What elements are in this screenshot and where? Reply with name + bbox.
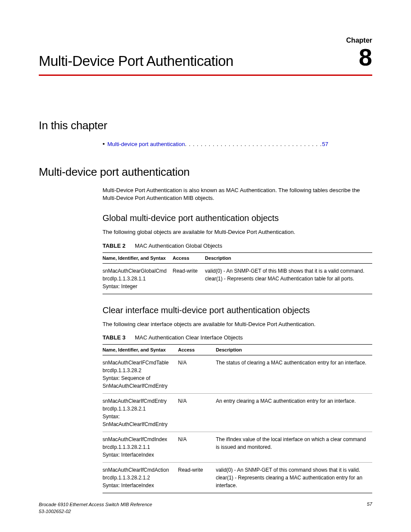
cell-name: snMacAuthClearIfCmdActionbrcdIp.1.1.3.28… [103, 462, 178, 493]
th-name: Name, Identifier, and Syntax [103, 252, 173, 263]
table-row: snMacAuthClearIFCmdTablebrcdIp.1.1.3.28.… [103, 355, 372, 393]
cell-desc: valid(0) - An SNMP-GET of this MIB shows… [205, 263, 372, 294]
cell-name: snMacAuthClearIfCmdIndexbrcdIp.1.1.3.28.… [103, 432, 178, 462]
toc-link[interactable]: Multi-device port authentication [107, 141, 185, 147]
toc-page[interactable]: 57 [322, 141, 328, 147]
bullet-icon: • [103, 140, 105, 147]
table-row: snMacAuthClearIfCmdEntrybrcdIp.1.1.3.28.… [103, 393, 372, 432]
table-row: snMacAuthClearGlobalCmdbrcdIp.1.1.3.28.1… [103, 263, 372, 294]
footer-doc-title: Brocade 6910 Ethernet Access Switch MIB … [39, 502, 152, 507]
cell-name: snMacAuthClearIFCmdTablebrcdIp.1.1.3.28.… [103, 355, 178, 393]
table-global-objects: Name, Identifier, and Syntax Access Desc… [103, 252, 372, 294]
sub1-intro: The following global objects are availab… [103, 228, 372, 236]
table2-caption: TABLE 2 MAC Authentication Global Object… [103, 243, 372, 249]
th-name: Name, Identifier, and Syntax [103, 344, 178, 355]
table3-caption: TABLE 3 MAC Authentication Clear Interfa… [103, 334, 372, 341]
cell-desc: The status of clearing a MAC authenticat… [216, 355, 372, 393]
chapter-number: 8 [346, 45, 372, 69]
title-rule [39, 75, 372, 76]
section-intro: Multi-Device Port Authentication is also… [103, 187, 372, 202]
th-access: Access [173, 252, 205, 263]
cell-name: snMacAuthClearGlobalCmdbrcdIp.1.1.3.28.1… [103, 263, 173, 294]
heading-clear-interface: Clear interface multi-device port authen… [103, 305, 372, 315]
table-row: snMacAuthClearIfCmdActionbrcdIp.1.1.3.28… [103, 462, 372, 493]
cell-desc: The ifIndex value of the local interface… [216, 432, 372, 462]
table-clear-interface: Name, Identifier, and Syntax Access Desc… [103, 344, 372, 493]
heading-global-objects: Global multi-device port authentication … [103, 213, 372, 223]
table3-label: TABLE 3 [103, 334, 125, 341]
th-access: Access [178, 344, 216, 355]
toc-dots: . . . . . . . . . . . . . . . . . . . . … [185, 141, 322, 147]
cell-access: N/A [178, 393, 216, 432]
footer-doc-number: 53-1002652-02 [39, 509, 71, 514]
page-footer: Brocade 6910 Ethernet Access Switch MIB … [39, 501, 372, 515]
cell-desc: An entry clearing a MAC authentication e… [216, 393, 372, 432]
table3-title: MAC Authentication Clear Interface Objec… [135, 334, 243, 341]
heading-multi-device: Multi-device port authentication [39, 165, 372, 179]
footer-page-number: 57 [367, 501, 372, 515]
heading-in-this-chapter: In this chapter [39, 119, 372, 132]
cell-name: snMacAuthClearIfCmdEntrybrcdIp.1.1.3.28.… [103, 393, 178, 432]
page-title: Multi-Device Port Authentication [39, 53, 234, 69]
table2-label: TABLE 2 [103, 243, 125, 249]
cell-access: Read-write [173, 263, 205, 294]
th-desc: Description [205, 252, 372, 263]
cell-access: N/A [178, 432, 216, 462]
sub2-intro: The following clear interface objects ar… [103, 320, 372, 328]
table2-title: MAC Authentication Global Objects [135, 243, 222, 249]
cell-access: N/A [178, 355, 216, 393]
cell-desc: valid(0) - An SNMP-GET of this command s… [216, 462, 372, 493]
th-desc: Description [216, 344, 372, 355]
cell-access: Read-write [178, 462, 216, 493]
toc-item: • Multi-device port authentication . . .… [103, 140, 372, 147]
table-row: snMacAuthClearIfCmdIndexbrcdIp.1.1.3.28.… [103, 432, 372, 462]
